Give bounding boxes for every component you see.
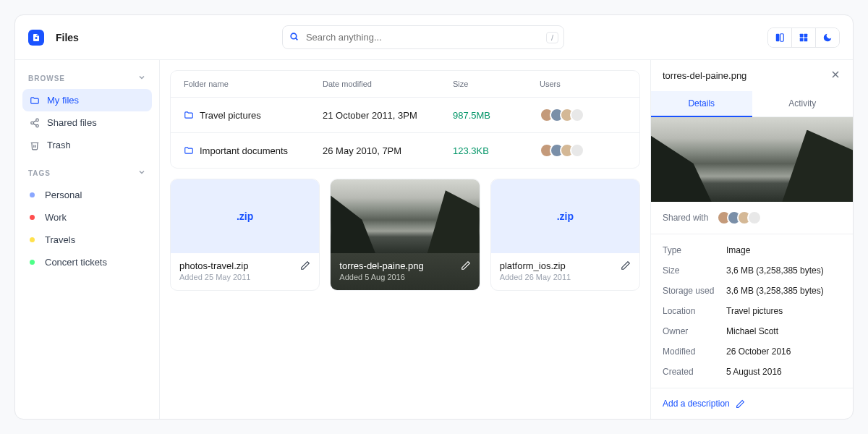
- table-row[interactable]: Important documents 26 May 2010, 7PM 123…: [171, 132, 639, 168]
- col-date-modified: Date modified: [323, 80, 453, 88]
- svg-rect-7: [804, 38, 808, 41]
- sidebar: BROWSE My files Shared files Trash: [15, 60, 160, 419]
- avatar: [747, 210, 762, 225]
- file-meta: Added 5 Aug 2016: [339, 273, 423, 281]
- meta-label: Size: [663, 265, 726, 276]
- tag-concert-tickets[interactable]: Concert tickets: [22, 251, 152, 273]
- svg-point-10: [36, 124, 39, 127]
- tag-travels[interactable]: Travels: [22, 229, 152, 251]
- file-meta: Added 26 May 2011: [500, 273, 571, 281]
- edit-icon[interactable]: [461, 260, 471, 273]
- add-description-label: Add a description: [663, 399, 730, 409]
- meta-label: Location: [663, 306, 726, 316]
- sidebar-item-trash[interactable]: Trash: [22, 134, 152, 156]
- svg-rect-6: [800, 38, 804, 41]
- main-content: Folder name Date modified Size Users Tra…: [160, 60, 650, 419]
- grid-view-button[interactable]: [792, 28, 816, 47]
- folder-name: Important documents: [200, 145, 288, 156]
- folder-size: 123.3KB: [453, 145, 540, 156]
- detail-meta: TypeImage Size3,6 MB (3,258,385 bytes) S…: [651, 234, 853, 388]
- file-card[interactable]: torres-del-paine.png Added 5 Aug 2016: [330, 179, 480, 291]
- search-input[interactable]: [282, 25, 564, 49]
- tag-label: Travels: [45, 234, 75, 245]
- tag-label: Work: [45, 212, 67, 223]
- svg-rect-5: [804, 33, 808, 37]
- table-row[interactable]: Travel pictures 21 October 2011, 3PM 987…: [171, 97, 639, 132]
- meta-row-size: Size3,6 MB (3,258,385 bytes): [663, 260, 841, 281]
- folder-icon: [184, 145, 194, 156]
- share-icon: [30, 118, 40, 128]
- tag-dot: [30, 192, 35, 197]
- col-folder-name: Folder name: [184, 80, 323, 88]
- panel-toggle-button[interactable]: [768, 28, 792, 47]
- shared-label: Shared with: [663, 213, 708, 223]
- body: BROWSE My files Shared files Trash: [15, 60, 853, 419]
- meta-value: 5 August 2016: [726, 367, 782, 377]
- zip-badge: .zip: [237, 210, 253, 222]
- browse-label: BROWSE: [28, 75, 65, 82]
- meta-value: 26 October 2016: [726, 346, 791, 357]
- trash-icon: [30, 140, 40, 150]
- detail-tabs: Details Activity: [651, 91, 853, 117]
- file-title: photos-travel.zip: [179, 260, 250, 271]
- tag-dot: [30, 260, 35, 265]
- browse-list: My files Shared files Trash: [22, 89, 152, 156]
- svg-line-12: [33, 123, 36, 124]
- meta-value: Michael Scott: [726, 326, 778, 336]
- search-wrap: /: [90, 25, 756, 49]
- detail-filename: torres-del-paine.png: [663, 70, 746, 81]
- tags-header: TAGS: [22, 165, 152, 181]
- svg-point-0: [291, 33, 297, 39]
- chevron-down-icon[interactable]: [137, 168, 146, 178]
- folder-name: Travel pictures: [200, 110, 261, 121]
- folder-users: [540, 143, 626, 158]
- close-icon[interactable]: [830, 69, 841, 82]
- edit-icon[interactable]: [621, 260, 631, 273]
- tab-details[interactable]: Details: [651, 91, 752, 117]
- svg-point-8: [36, 119, 39, 122]
- meta-label: Created: [663, 367, 726, 377]
- file-title: torres-del-paine.png: [339, 260, 423, 271]
- sidebar-item-my-files[interactable]: My files: [22, 89, 152, 111]
- app-logo: [28, 30, 44, 46]
- meta-row-type: TypeImage: [663, 240, 841, 260]
- detail-panel: torres-del-paine.png Details Activity Sh…: [650, 60, 853, 419]
- svg-rect-4: [800, 33, 804, 37]
- edit-icon[interactable]: [300, 260, 310, 273]
- file-info: torres-del-paine.png Added 5 Aug 2016: [331, 253, 479, 290]
- meta-label: Storage used: [663, 286, 726, 296]
- zip-badge: .zip: [557, 210, 574, 222]
- sidebar-item-shared-files[interactable]: Shared files: [22, 111, 152, 134]
- meta-label: Owner: [663, 326, 726, 336]
- file-info: platform_ios.zip Added 26 May 2011: [491, 253, 639, 290]
- file-title: platform_ios.zip: [500, 260, 571, 271]
- col-users: Users: [540, 80, 626, 88]
- folder-cell: Important documents: [184, 145, 323, 156]
- theme-toggle-button[interactable]: [816, 28, 839, 47]
- tags-label: TAGS: [28, 169, 51, 177]
- col-size: Size: [453, 80, 540, 88]
- file-thumbnail: .zip: [171, 179, 319, 253]
- app-title: Files: [56, 32, 79, 43]
- chevron-down-icon[interactable]: [137, 73, 146, 83]
- tag-label: Personal: [45, 190, 82, 200]
- folder-size: 987.5MB: [453, 110, 540, 121]
- file-cards: .zip photos-travel.zip Added 25 May 2011…: [170, 179, 640, 291]
- table-header: Folder name Date modified Size Users: [171, 71, 639, 97]
- add-description-button[interactable]: Add a description: [651, 388, 853, 419]
- sidebar-item-label: My files: [47, 95, 79, 106]
- svg-rect-2: [776, 33, 780, 41]
- file-card[interactable]: .zip photos-travel.zip Added 25 May 2011: [170, 179, 320, 291]
- app-window: Files / BROWSE: [14, 14, 854, 420]
- tag-dot: [30, 237, 35, 242]
- view-toolbar: [767, 27, 840, 48]
- file-card[interactable]: .zip platform_ios.zip Added 26 May 2011: [490, 179, 640, 291]
- search-icon: [289, 32, 299, 43]
- svg-rect-3: [780, 33, 784, 41]
- sidebar-item-label: Shared files: [47, 117, 97, 128]
- tag-work[interactable]: Work: [22, 206, 152, 229]
- tag-personal[interactable]: Personal: [22, 184, 152, 206]
- tag-dot: [30, 215, 35, 220]
- tab-activity[interactable]: Activity: [752, 91, 854, 117]
- file-thumbnail: [331, 179, 479, 253]
